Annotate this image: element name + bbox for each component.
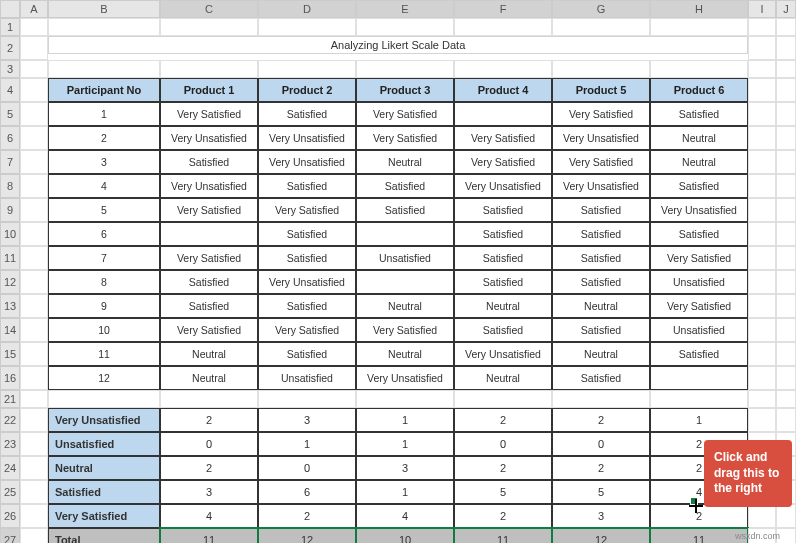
- summary-cell[interactable]: 11: [454, 528, 552, 543]
- row-header-10[interactable]: 10: [0, 222, 20, 246]
- cell[interactable]: [748, 342, 776, 366]
- data-cell[interactable]: Very Unsatisfied: [160, 174, 258, 198]
- cell[interactable]: [776, 366, 796, 390]
- participant-id[interactable]: 1: [48, 102, 160, 126]
- cell[interactable]: [776, 18, 796, 36]
- summary-cell[interactable]: 4: [160, 504, 258, 528]
- row-header-14[interactable]: 14: [0, 318, 20, 342]
- cell[interactable]: [20, 222, 48, 246]
- data-cell[interactable]: [356, 222, 454, 246]
- summary-cell[interactable]: 11: [650, 528, 748, 543]
- row-header-22[interactable]: 22: [0, 408, 20, 432]
- summary-cell[interactable]: 1: [258, 432, 356, 456]
- header-product-4[interactable]: Product 4: [454, 78, 552, 102]
- row-header-5[interactable]: 5: [0, 102, 20, 126]
- header-product-1[interactable]: Product 1: [160, 78, 258, 102]
- cell[interactable]: [650, 18, 748, 36]
- data-cell[interactable]: Satisfied: [160, 150, 258, 174]
- cell[interactable]: [748, 246, 776, 270]
- data-cell[interactable]: Very Satisfied: [650, 294, 748, 318]
- row-header-9[interactable]: 9: [0, 198, 20, 222]
- summary-cell[interactable]: 2: [160, 456, 258, 480]
- cell[interactable]: [20, 270, 48, 294]
- participant-id[interactable]: 12: [48, 366, 160, 390]
- col-header-I[interactable]: I: [748, 0, 776, 18]
- data-cell[interactable]: Very Unsatisfied: [160, 126, 258, 150]
- summary-cell[interactable]: 0: [454, 432, 552, 456]
- summary-label-unsatisfied[interactable]: Unsatisfied: [48, 432, 160, 456]
- cell[interactable]: [20, 504, 48, 528]
- cell[interactable]: [160, 18, 258, 36]
- data-cell[interactable]: Very Unsatisfied: [454, 342, 552, 366]
- header-product-2[interactable]: Product 2: [258, 78, 356, 102]
- participant-id[interactable]: 4: [48, 174, 160, 198]
- summary-cell[interactable]: 0: [552, 432, 650, 456]
- data-cell[interactable]: Very Satisfied: [356, 318, 454, 342]
- data-cell[interactable]: Satisfied: [650, 342, 748, 366]
- data-cell[interactable]: Neutral: [454, 366, 552, 390]
- cell[interactable]: [776, 150, 796, 174]
- data-cell[interactable]: Satisfied: [258, 246, 356, 270]
- col-header-H[interactable]: H: [650, 0, 748, 18]
- row-header-1[interactable]: 1: [0, 18, 20, 36]
- row-header-2[interactable]: 2: [0, 36, 20, 60]
- col-header-C[interactable]: C: [160, 0, 258, 18]
- col-header-G[interactable]: G: [552, 0, 650, 18]
- data-cell[interactable]: Satisfied: [356, 174, 454, 198]
- header-participant[interactable]: Participant No: [48, 78, 160, 102]
- cell[interactable]: [776, 390, 796, 408]
- data-cell[interactable]: Satisfied: [454, 246, 552, 270]
- data-cell[interactable]: Neutral: [356, 294, 454, 318]
- cell[interactable]: [776, 174, 796, 198]
- cell[interactable]: [20, 150, 48, 174]
- data-cell[interactable]: Neutral: [356, 150, 454, 174]
- data-cell[interactable]: [650, 366, 748, 390]
- cell[interactable]: [776, 198, 796, 222]
- data-cell[interactable]: Neutral: [160, 366, 258, 390]
- cell[interactable]: [20, 342, 48, 366]
- cell[interactable]: [748, 36, 776, 60]
- summary-cell[interactable]: 2: [552, 456, 650, 480]
- data-cell[interactable]: Very Satisfied: [356, 126, 454, 150]
- summary-cell[interactable]: 4: [356, 504, 454, 528]
- data-cell[interactable]: Very Unsatisfied: [258, 150, 356, 174]
- data-cell[interactable]: Satisfied: [454, 198, 552, 222]
- summary-cell[interactable]: 5: [454, 480, 552, 504]
- cell[interactable]: [258, 390, 356, 408]
- row-header-11[interactable]: 11: [0, 246, 20, 270]
- cell[interactable]: [258, 60, 356, 78]
- cell[interactable]: [20, 36, 48, 60]
- summary-cell[interactable]: 3: [552, 504, 650, 528]
- data-cell[interactable]: Very Satisfied: [552, 150, 650, 174]
- data-cell[interactable]: [454, 102, 552, 126]
- row-header-8[interactable]: 8: [0, 174, 20, 198]
- cell[interactable]: [776, 222, 796, 246]
- cell[interactable]: [20, 432, 48, 456]
- summary-cell[interactable]: 2: [552, 408, 650, 432]
- col-header-F[interactable]: F: [454, 0, 552, 18]
- col-header-B[interactable]: B: [48, 0, 160, 18]
- data-cell[interactable]: Satisfied: [356, 198, 454, 222]
- table-title[interactable]: Analyzing Likert Scale Data: [48, 36, 748, 54]
- cell[interactable]: [748, 18, 776, 36]
- data-cell[interactable]: Satisfied: [650, 222, 748, 246]
- cell[interactable]: [552, 60, 650, 78]
- cell[interactable]: [776, 60, 796, 78]
- participant-id[interactable]: 10: [48, 318, 160, 342]
- summary-cell[interactable]: 5: [552, 480, 650, 504]
- data-cell[interactable]: Satisfied: [552, 222, 650, 246]
- row-header-12[interactable]: 12: [0, 270, 20, 294]
- data-cell[interactable]: Satisfied: [258, 294, 356, 318]
- data-cell[interactable]: Very Satisfied: [552, 102, 650, 126]
- data-cell[interactable]: Satisfied: [454, 318, 552, 342]
- data-cell[interactable]: Satisfied: [454, 222, 552, 246]
- col-header-E[interactable]: E: [356, 0, 454, 18]
- row-header-13[interactable]: 13: [0, 294, 20, 318]
- summary-cell[interactable]: 6: [258, 480, 356, 504]
- participant-id[interactable]: 11: [48, 342, 160, 366]
- data-cell[interactable]: Very Satisfied: [650, 246, 748, 270]
- data-cell[interactable]: Unsatisfied: [650, 318, 748, 342]
- summary-cell[interactable]: 2: [650, 504, 748, 528]
- data-cell[interactable]: Very Unsatisfied: [650, 198, 748, 222]
- cell[interactable]: [160, 390, 258, 408]
